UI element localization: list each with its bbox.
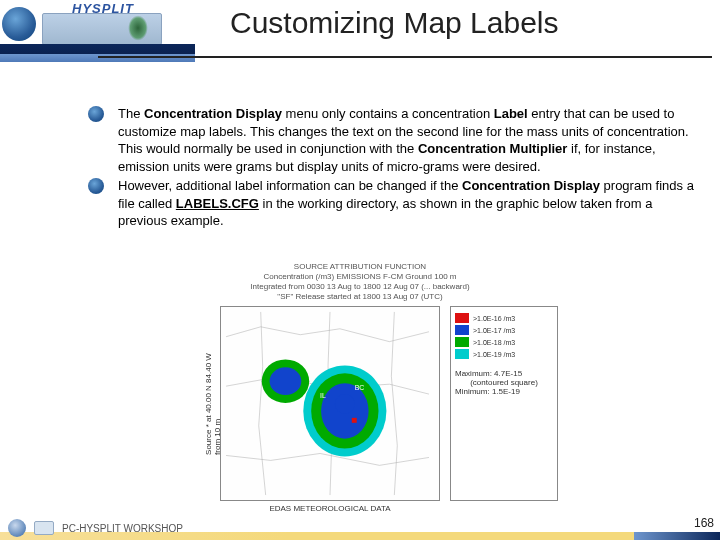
hysplit-logo: HYSPLIT bbox=[42, 1, 192, 47]
legend-row: >1.0E-18 /m3 bbox=[455, 337, 553, 347]
example-figure: SOURCE ATTRIBUTION FUNCTION Concentratio… bbox=[160, 260, 560, 510]
legend-swatch bbox=[455, 337, 469, 347]
content-area: The Concentration Display menu only cont… bbox=[88, 105, 700, 232]
noaa-logo-icon bbox=[2, 7, 36, 41]
bullet-text-0: The Concentration Display menu only cont… bbox=[118, 105, 700, 175]
legend-contoured: (contoured square) bbox=[455, 378, 553, 387]
legend-label: >1.0E-18 /m3 bbox=[473, 339, 515, 346]
legend-row: >1.0E-19 /m3 bbox=[455, 349, 553, 359]
slide-footer: PC-HYSPLIT WORKSHOP bbox=[0, 516, 720, 540]
bullet-text-1: However, additional label information ca… bbox=[118, 177, 700, 230]
figure-legend: >1.0E-16 /m3>1.0E-17 /m3>1.0E-18 /m3>1.0… bbox=[450, 306, 558, 501]
logo-area: HYSPLIT bbox=[0, 0, 195, 48]
bullet-item: The Concentration Display menu only cont… bbox=[88, 105, 700, 175]
bullet-noaa-icon bbox=[88, 178, 104, 194]
footer-noaa-icon bbox=[8, 519, 26, 537]
svg-rect-6 bbox=[352, 418, 357, 423]
legend-row: >1.0E-16 /m3 bbox=[455, 313, 553, 323]
svg-text:IL: IL bbox=[320, 392, 326, 399]
svg-point-1 bbox=[270, 367, 302, 395]
figure-title-line3: Integrated from 0030 13 Aug to 1800 12 A… bbox=[160, 282, 560, 292]
header-bar-dark bbox=[0, 44, 195, 54]
footer-map-icon bbox=[34, 521, 54, 535]
svg-text:BC: BC bbox=[355, 384, 365, 391]
figure-body: Source * at 40.00 N 84.40 W from 10 m bbox=[160, 306, 560, 501]
bullet-noaa-icon bbox=[88, 106, 104, 122]
page-title: Customizing Map Labels bbox=[230, 6, 559, 40]
figure-title-line2: Concentration (/m3) EMISSIONS F-CM Groun… bbox=[160, 272, 560, 282]
slide-header: HYSPLIT Customizing Map Labels bbox=[0, 0, 720, 70]
legend-label: >1.0E-16 /m3 bbox=[473, 315, 515, 322]
legend-label: >1.0E-19 /m3 bbox=[473, 351, 515, 358]
figure-header: SOURCE ATTRIBUTION FUNCTION Concentratio… bbox=[160, 260, 560, 302]
legend-min: Minimum: 1.5E-19 bbox=[455, 387, 553, 396]
legend-swatch bbox=[455, 313, 469, 323]
legend-label: >1.0E-17 /m3 bbox=[473, 327, 515, 334]
figure-title-line1: SOURCE ATTRIBUTION FUNCTION bbox=[160, 262, 560, 272]
legend-row: >1.0E-17 /m3 bbox=[455, 325, 553, 335]
legend-swatch bbox=[455, 325, 469, 335]
hysplit-logo-map-icon bbox=[42, 13, 162, 45]
bullet-item: However, additional label information ca… bbox=[88, 177, 700, 230]
legend-max: Maximum: 4.7E-15 bbox=[455, 369, 553, 378]
title-underline bbox=[98, 56, 712, 58]
map-svg: IL BC bbox=[221, 307, 439, 500]
figure-x-label: EDAS METEOROLOGICAL DATA bbox=[220, 504, 440, 513]
footer-text: PC-HYSPLIT WORKSHOP bbox=[62, 523, 183, 534]
figure-title-line4: "SF" Release started at 1800 13 Aug 07 (… bbox=[160, 292, 560, 302]
page-number: 168 bbox=[694, 516, 714, 530]
legend-swatch bbox=[455, 349, 469, 359]
figure-map: IL BC bbox=[220, 306, 440, 501]
svg-point-5 bbox=[335, 394, 355, 414]
